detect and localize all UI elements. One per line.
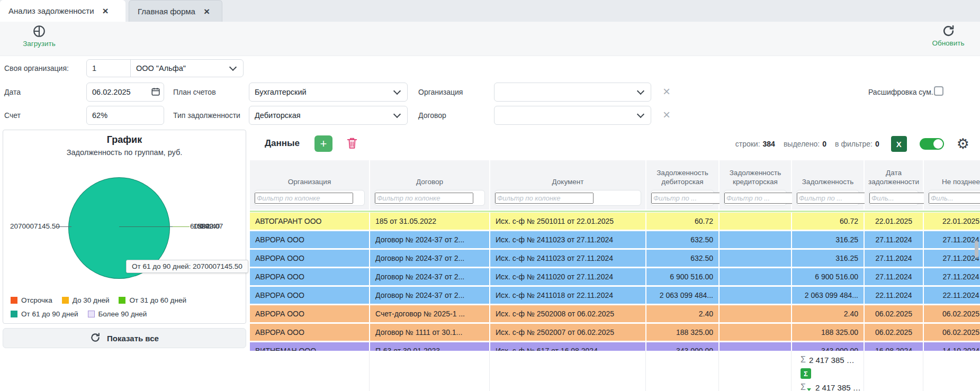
column-header[interactable]: Задолженность дебиторская <box>646 160 718 210</box>
table-row[interactable]: ВИТНЕМАН ООО П-63 от 30.01.2023 Исх. с-ф… <box>250 342 980 351</box>
column-header[interactable]: Дата задолженности <box>865 160 923 210</box>
column-label: Документ <box>490 160 645 188</box>
color-toggle[interactable] <box>920 138 944 150</box>
delete-row-button[interactable] <box>346 137 358 152</box>
column-header[interactable]: Договор <box>370 160 489 210</box>
tab-main-form[interactable]: Главная форма × <box>129 0 222 22</box>
tab-label: Анализ задолженности <box>8 6 94 15</box>
legend-label: От 31 до 60 дней <box>129 296 186 304</box>
table-row[interactable]: АВРОРА ООО Договор № 2024-37 от 2... Исх… <box>250 268 980 285</box>
account-label: Счет <box>4 111 21 120</box>
column-filter <box>796 190 859 206</box>
table-row[interactable]: АВРОРА ООО Договор № 2024-37 от 2... Исх… <box>250 287 980 304</box>
cell-contract: Договор № 2024-37 от 2... <box>370 250 489 267</box>
legend-swatch <box>11 297 17 304</box>
date-input[interactable] <box>87 88 151 96</box>
decode-sum-checkbox[interactable] <box>934 86 943 96</box>
tab-debt-analysis[interactable]: Анализ задолженности × <box>0 0 125 22</box>
calendar-icon[interactable] <box>151 87 160 98</box>
legend-label: Более 90 дней <box>98 310 147 318</box>
own-org-label: Своя организация: <box>4 64 69 72</box>
column-summary: Σ 2 417 385 … Σ Σ 2 417 385 … <box>801 354 861 391</box>
own-org-code-input[interactable] <box>87 64 130 72</box>
show-all-label: Показать все <box>107 334 159 343</box>
column-filter <box>869 190 919 206</box>
refresh-button[interactable]: Обновить <box>923 24 974 47</box>
contract-clear-icon[interactable]: × <box>663 108 670 121</box>
table-row[interactable]: АВРОРА ООО Договор № 1111 от 30.1... Исх… <box>250 324 980 341</box>
pie-tooltip: От 61 до 90 дней: 2070007145.50 <box>126 260 248 273</box>
table-row[interactable]: АВРОРА ООО Договор № 2024-37 от 2... Исх… <box>250 231 980 248</box>
legend-label: Отсрочка <box>21 296 52 304</box>
cell-credit <box>720 213 791 230</box>
main-toolbar: Загрузить Обновить <box>0 22 980 56</box>
cell-org: АВРОРА ООО <box>250 324 369 341</box>
cell-org: АВРОРА ООО <box>250 287 369 304</box>
cell-due: 27.11.2024 <box>924 231 980 248</box>
legend-swatch <box>62 297 69 304</box>
column-header[interactable]: Задолженность кредиторская <box>720 160 791 210</box>
column-header[interactable]: Задолженность <box>792 160 864 210</box>
tab-bar: Анализ задолженности × Главная форма × <box>0 0 980 22</box>
cell-credit <box>720 231 791 248</box>
sum-total-value: 2 417 385 … <box>809 356 855 365</box>
cell-contract: 185 от 31.05.2022 <box>370 213 489 230</box>
column-divider <box>864 351 864 391</box>
legend-swatch <box>11 311 17 317</box>
date-control <box>86 83 164 102</box>
grid-footer: Σ 2 417 385 … Σ Σ 2 417 385 … <box>250 351 980 391</box>
legend-item[interactable]: Более 90 дней <box>88 310 147 318</box>
own-org-select[interactable]: ООО "Альфа" <box>131 64 227 72</box>
cell-doc: Исх. с-ф № 2411020 от 27.11.2024 <box>490 268 645 285</box>
add-row-button[interactable]: + <box>314 135 332 152</box>
filter-input[interactable] <box>375 193 473 204</box>
filter-input[interactable] <box>495 193 594 204</box>
data-grid-panel: Данные + строки:384 выделено:0 в фильтре… <box>250 130 980 391</box>
load-button[interactable]: Загрузить <box>14 24 65 48</box>
settings-gear-icon[interactable]: ⚙ <box>957 137 969 151</box>
grid-stats: строки:384 выделено:0 в фильтре:0 X ⚙ <box>735 136 969 152</box>
table-row[interactable]: АВРОРА ООО Счет-договор № 2025-1 ... Исх… <box>250 305 980 322</box>
vertical-scrollbar[interactable] <box>975 241 978 258</box>
tab-close-icon[interactable]: × <box>103 6 109 16</box>
filter-input[interactable] <box>255 193 353 204</box>
org-select[interactable] <box>494 83 651 102</box>
column-header[interactable]: Не позднее <box>924 160 980 210</box>
cell-org: АВРОРА ООО <box>250 305 369 322</box>
legend-item[interactable]: До 30 дней <box>62 296 110 304</box>
sum-mode-button[interactable]: Σ <box>801 368 811 379</box>
chart-title: График <box>3 134 246 146</box>
pie-callout-value: 0.40 <box>200 222 213 230</box>
coa-select[interactable]: Бухгалтерский <box>249 83 408 102</box>
sum-total: Σ 2 417 385 … <box>801 354 861 366</box>
table-row[interactable]: АВТОГАРАНТ ООО 185 от 31.05.2022 Исх. с-… <box>250 213 980 230</box>
sum-filtered: Σ 2 417 385 … <box>801 381 861 391</box>
chevron-down-icon <box>637 87 644 95</box>
cell-contract: Договор № 1111 от 30.1... <box>370 324 489 341</box>
show-all-button[interactable]: Показать все <box>3 328 246 348</box>
column-label: Не позднее <box>924 160 980 188</box>
org-clear-icon[interactable]: × <box>663 85 670 98</box>
excel-export-button[interactable]: X <box>891 136 907 152</box>
app-window: Анализ задолженности × Главная форма × З… <box>0 0 980 391</box>
cell-due: 22.01.2025 <box>924 213 980 230</box>
table-row[interactable]: АВРОРА ООО Договор № 2024-37 от 2... Исх… <box>250 250 980 267</box>
contract-select[interactable] <box>494 106 651 125</box>
legend-item[interactable]: Отсрочка <box>11 296 52 304</box>
cell-due: 06.02.2025 <box>924 324 980 341</box>
debt-type-select[interactable]: Дебиторская <box>249 106 408 125</box>
legend-item[interactable]: От 61 до 90 дней <box>11 310 78 318</box>
column-label: Организация <box>250 160 369 188</box>
tab-close-icon[interactable]: × <box>204 6 210 16</box>
column-header[interactable]: Организация <box>250 160 369 210</box>
account-input[interactable] <box>87 111 164 120</box>
legend-item[interactable]: От 31 до 60 дней <box>119 296 186 304</box>
column-divider <box>489 351 490 391</box>
cell-debit: 343 000.00 <box>646 342 718 351</box>
cell-debit: 188 325.00 <box>646 324 718 341</box>
cell-debit: 632.50 <box>646 250 718 267</box>
column-header[interactable]: Документ <box>490 160 645 210</box>
decode-sum-label: Расшифровка сум... <box>868 88 937 96</box>
cell-date: 27.11.2024 <box>865 268 923 285</box>
filter-input[interactable] <box>929 193 980 204</box>
